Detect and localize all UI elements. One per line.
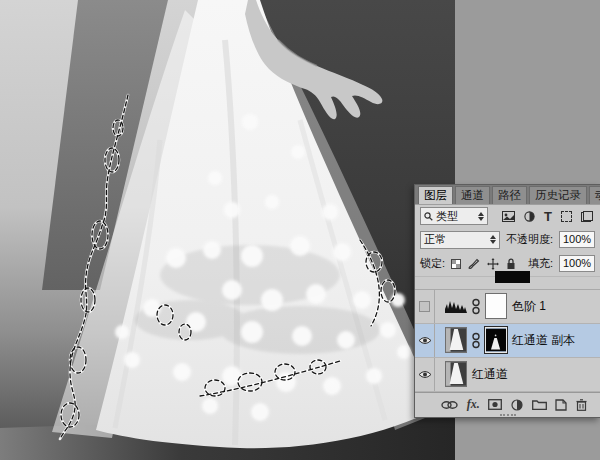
visibility-toggle[interactable] [415, 358, 435, 391]
mask-link-icon[interactable] [472, 332, 480, 349]
layers-panel: 图层 通道 路径 历史记录 动作 类型 [414, 184, 600, 418]
document-canvas[interactable] [0, 0, 455, 460]
filter-smart-objects-icon[interactable] [581, 211, 593, 222]
blend-mode-select[interactable]: 正常 [420, 231, 500, 249]
layer-mask-thumbnail[interactable] [485, 293, 507, 319]
tab-history[interactable]: 历史记录 [529, 186, 587, 204]
new-layer-icon[interactable] [555, 399, 567, 411]
layer-name[interactable]: 色阶 1 [512, 298, 546, 315]
layer-thumbnail[interactable] [445, 327, 467, 353]
lock-transparency-icon[interactable] [451, 259, 461, 269]
opacity-label: 不透明度: [506, 232, 553, 247]
visibility-off-checkbox-icon [419, 301, 430, 312]
fill-input[interactable]: 100% [559, 255, 595, 272]
link-layers-icon[interactable] [441, 400, 458, 410]
blend-mode-value: 正常 [424, 232, 446, 247]
panel-footer: fx. [415, 392, 600, 417]
lock-all-icon[interactable] [506, 258, 516, 270]
layer-thumbnail[interactable] [445, 361, 467, 387]
lock-pixels-icon[interactable] [468, 258, 480, 269]
filter-pixel-layers-icon[interactable] [502, 211, 515, 222]
opacity-input[interactable]: 100% [559, 231, 595, 248]
visibility-toggle[interactable] [415, 324, 435, 357]
layers-list: 色阶 1 [415, 289, 600, 392]
filter-adjustment-layers-icon[interactable] [524, 211, 535, 222]
levels-histogram-icon[interactable] [445, 299, 467, 313]
photoshop-workspace: 图层 通道 路径 历史记录 动作 类型 [0, 0, 600, 460]
lock-label: 锁定: [420, 256, 445, 271]
filter-type-layers-icon[interactable]: T [544, 211, 552, 222]
layer-name[interactable]: 红通道 [472, 366, 508, 383]
select-arrows-icon [478, 212, 484, 221]
mask-link-icon[interactable] [472, 298, 480, 315]
search-icon [424, 212, 433, 221]
lock-position-icon[interactable] [487, 258, 499, 270]
panel-tab-bar: 图层 通道 路径 历史记录 动作 [415, 185, 600, 205]
visibility-toggle[interactable] [415, 290, 435, 323]
filter-shape-layers-icon[interactable] [561, 211, 572, 222]
layer-name[interactable]: 红通道 副本 [512, 332, 575, 349]
new-adjustment-layer-icon[interactable] [511, 399, 523, 411]
panel-gap [415, 277, 600, 289]
filter-type-select[interactable]: 类型 [420, 207, 488, 225]
fill-label: 填充: [528, 256, 553, 271]
eye-icon [418, 370, 432, 379]
eye-icon [418, 336, 432, 345]
layer-style-icon[interactable]: fx. [467, 397, 480, 412]
tab-channels[interactable]: 通道 [455, 186, 490, 204]
filter-type-label: 类型 [436, 209, 458, 224]
tab-paths[interactable]: 路径 [492, 186, 527, 204]
panel-resize-grip[interactable] [500, 414, 516, 417]
layer-mask-thumbnail[interactable] [485, 327, 507, 353]
layer-row-red-channel-copy[interactable]: 红通道 副本 [415, 324, 600, 358]
delete-layer-icon[interactable] [576, 399, 587, 411]
tab-actions[interactable]: 动作 [589, 186, 600, 204]
black-swatch-bar [495, 271, 530, 283]
add-mask-icon[interactable] [488, 399, 502, 410]
layer-row-red-channel[interactable]: 红通道 [415, 358, 600, 392]
select-arrows-icon [490, 235, 496, 244]
tab-layers[interactable]: 图层 [418, 186, 453, 204]
new-group-icon[interactable] [532, 399, 547, 410]
layer-row-levels[interactable]: 色阶 1 [415, 290, 600, 324]
